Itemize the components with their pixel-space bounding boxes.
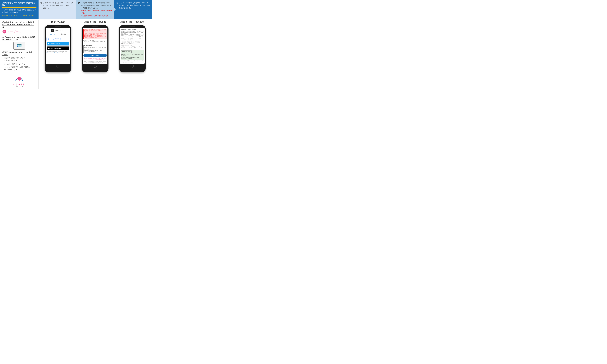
cond-3-title: ③下記いずれかのファンクラブに加入している: [2, 51, 36, 56]
id-card-icon: 🪪: [2, 42, 36, 50]
after-notes-box: 特典受け取りに関する注意事項 ※年間プラン加入者、もしくはベーシック月額プラン加…: [121, 29, 144, 44]
before-notes-text: ※日比谷のみは（後略）イープラスチケットと身分証明書を確認させていただきますので…: [84, 29, 106, 39]
fan-days-desc: お客様のファンクラブ加入日数は「365日」です。: [83, 41, 107, 44]
banner-desc: 下記すべての条件を満たしている会員様が、特典受け取りの対象者です。: [2, 9, 37, 13]
received-badge: 受け取り済み特典: [121, 51, 132, 53]
before-benefit-box: 受け取り可能特典 剣持刀也リアルソロイベント【虚空大戦】メモリアルチケット 配布…: [83, 45, 107, 53]
cond-1-title: ①剣持刀也リアルソロイベント【虚空大戦】のイープラスチケットを所持している: [2, 21, 36, 28]
before-footer: ホームページに記載されている画像・テキストの無断複製・転載・加工を禁じます。©A…: [83, 61, 107, 63]
phone-notch-after: [120, 26, 145, 27]
banner-note: ※対象者の方は次の「1」にお進みください。: [2, 14, 37, 17]
before-box-title: 受け取り可能特典: [84, 45, 106, 47]
after-screen-label: 特典受け取り済み画面: [121, 21, 144, 24]
anycolor-logo-inner: ANYCOLOR: [51, 30, 54, 32]
phone-frame-after: 特典受け取りに関する注意事項 ※年間プラン加入者、もしくはベーシック月額プラン加…: [119, 25, 146, 72]
before-schedule-note: イベント終了後も実施予定: [84, 51, 106, 52]
svg-point-3: [18, 77, 21, 80]
phone-col-before: 特典受け取り前画面 ※日比谷のみは（後略）イープラスチケットと身分証明書を確認さ…: [77, 21, 114, 88]
nijisanji-name: にじさんじ: [13, 83, 25, 86]
twitter-btn-label: Twitterでログイン: [51, 43, 61, 45]
anycolor-id-title: ANYCOLOR ID: [55, 30, 65, 32]
phone-speaker-after: [129, 26, 135, 27]
step-2-text: 「特典を受け取る」ボタンが青色に変化後、その画面のままイベント会場のFCブースに…: [81, 1, 112, 17]
after-footer: ホームページに記載されている画像・テキストの無断複製・転載・加工を禁じます。©A…: [121, 60, 144, 63]
tab-register[interactable]: 新規登録: [58, 33, 69, 36]
condition-2: ②「ATTENTION」内の「有効な身分証明書」を所持している 🪪: [2, 36, 36, 50]
login-screen: ANYCOLOR ANYCOLOR ID ログイン 新規登録 G: [46, 28, 70, 64]
apple-icon: [48, 47, 50, 49]
phone-speaker-before: [92, 26, 98, 27]
twitter-login-btn[interactable]: Twitterでログイン: [47, 42, 69, 46]
after-content: 特典受け取りに関する注意事項 ※年間プラン加入者、もしくはベーシック月額プラン加…: [120, 28, 145, 63]
eplus-text: イープラス: [7, 30, 21, 34]
before-warning: ※イベント会場のファンクラブブースで特典配布をいたしますので、この画面で待機くだ…: [83, 58, 107, 61]
google-login-btn[interactable]: G Googleでログイン: [47, 37, 69, 41]
phone-notch-login: [46, 26, 70, 27]
after-notes-title: 特典受け取りに関する注意事項: [121, 29, 143, 30]
before-screen-label: 特典受け取り前画面: [84, 21, 106, 24]
apple-btn-label: Sign in with Apple: [51, 48, 61, 49]
receive-btn[interactable]: 特典を受け取る: [83, 54, 107, 57]
info-panel: ①剣持刀也リアルソロイベント【虚空大戦】のイープラスチケットを所持している e …: [0, 20, 39, 89]
before-screen: ※日比谷のみは（後略）イープラスチケットと身分証明書を確認させていただきますので…: [83, 28, 108, 64]
cond-3-item-1: ・にじさんじ総合ファンクラブ ベーシック年間プラン: [2, 56, 36, 62]
after-main: ■ファンクラブ加入日数 お客様のファンクラブ加入日数は「365日」です。: [121, 45, 144, 49]
nijisanji-logo-svg: [14, 73, 25, 83]
login-content: ANYCOLOR ANYCOLOR ID ログイン 新規登録 G: [46, 28, 70, 55]
google-icon: G: [48, 38, 50, 40]
top-banner: ファンクラブ特典の受け取り対象者に関して 下記すべての条件を満たしている会員様が…: [0, 0, 152, 19]
phone-home-btn-before[interactable]: [83, 65, 108, 68]
id-card-rect: 🪪: [13, 42, 25, 50]
step-1-text: 入会済みのにじさんじ FAN CLUBにログイン後、特典受け取りページに遷移して…: [43, 1, 74, 9]
login-tabs: ログイン 新規登録: [47, 33, 69, 36]
phone-frame-login: ANYCOLOR ANYCOLOR ID ログイン 新規登録 G: [45, 25, 71, 72]
phone-home-btn-after[interactable]: [120, 65, 145, 67]
phone-home-btn-login[interactable]: [46, 65, 70, 67]
id-card-person-icon: 🪪: [17, 43, 22, 48]
before-box-event: 剣持刀也リアルソロイベント【虚空大戦】メモリアルチケット: [84, 47, 106, 50]
phone-speaker-login: [55, 26, 61, 27]
before-schedule-label: 配布時間：2023年6月11日(日)10:00 ～ 16:30: [84, 50, 106, 51]
after-schedule-label: 配布時間：2023年6月11日(日)10:00 ～ 16:30: [121, 57, 143, 58]
login-header: ANYCOLOR ANYCOLOR ID: [47, 29, 69, 32]
svg-text:e: e: [3, 30, 5, 33]
step-2-note2: ※ご自身でボタンは押さないでください。: [81, 15, 112, 17]
step-3-text: FCブースで「特典を受け取る」ボタンを押下後、「受け取り済み」に変われば特典を受…: [119, 1, 150, 9]
nijisanji-sub: FAN CLUB: [15, 86, 23, 88]
tab-login[interactable]: ログイン: [47, 33, 58, 36]
after-benefit-box: 受け取り済み特典 剣持刀也リアルソロイベント【虚空大戦】メモリアルチケット 配布…: [121, 50, 144, 60]
svg-point-5: [19, 78, 20, 78]
after-schedule-note: イベント終了後も実施予定: [121, 58, 143, 59]
cond-3-items: ・にじさんじ総合ファンクラブ ベーシック年間プラン ・にじさんじ総合ファンクラブ…: [2, 56, 36, 71]
privacy-policy-link[interactable]: Privacy Policy: [47, 52, 52, 53]
before-main: ■ファンクラブ加入日数 お客様のファンクラブ加入日数は「365日」です。: [83, 40, 107, 44]
nijisanji-logo: にじさんじ FAN CLUB: [2, 73, 36, 88]
step-2-num: 2: [78, 1, 80, 5]
svg-text:+: +: [5, 30, 6, 32]
phone-col-after: 特典受け取り済み画面 特典受け取りに関する注意事項 ※年間プラン加入者、もしくは…: [114, 21, 151, 88]
cond-2-title: ②「ATTENTION」内の「有効な身分証明書」を所持している: [2, 36, 36, 41]
step-2-arrow: [114, 8, 116, 11]
twitter-icon: [48, 43, 50, 45]
after-fan-days-label: ■ファンクラブ加入日数: [121, 45, 144, 47]
step-2-note1: ※ボタンがグレー場合は、受け取り対象外です。: [81, 10, 112, 14]
anycolor-logo: ANYCOLOR: [51, 29, 54, 32]
step-3-num: 3: [116, 1, 118, 5]
banner-step-1: 1 入会済みのにじさんじ FAN CLUBにログイン後、特典受け取りページに遷移…: [39, 0, 76, 19]
phones-section: ログイン画面 ANYCOLOR ANYCOLOR ID ログイ: [39, 20, 152, 89]
main-content: ①剣持刀也リアルソロイベント【虚空大戦】のイープラスチケットを所持している e …: [0, 19, 152, 90]
terms-of-service-link[interactable]: Terms of Service: [54, 52, 61, 53]
banner-step-3: 3 FCブースで「特典を受け取る」ボタンを押下後、「受け取り済み」に変われば特典…: [114, 0, 152, 19]
phone-frame-before: ※日比谷のみは（後略）イープラスチケットと身分証明書を確認させていただきますので…: [82, 25, 108, 72]
svg-point-4: [18, 78, 19, 78]
condition-3: ③下記いずれかのファンクラブに加入している ・にじさんじ総合ファンクラブ ベーシ…: [2, 51, 36, 71]
apple-login-btn[interactable]: Sign in with Apple: [47, 46, 69, 50]
recaptcha-text: This site is protected by reCAPTCHA and …: [47, 51, 69, 53]
banner-left: ファンクラブ特典の受け取り対象者に関して 下記すべての条件を満たしている会員様が…: [0, 0, 39, 19]
condition-1: ①剣持刀也リアルソロイベント【虚空大戦】のイープラスチケットを所持している e …: [2, 21, 36, 35]
step-1-arrow: [76, 8, 78, 11]
eplus-logo: e + イープラス: [2, 29, 36, 35]
home-circle-before: [94, 65, 97, 68]
after-box-event: 剣持刀也リアルソロイベント【虚空大戦】メモリアルチケット: [121, 54, 143, 56]
after-fan-days-desc: お客様のファンクラブ加入日数は「365日」です。: [121, 46, 144, 49]
